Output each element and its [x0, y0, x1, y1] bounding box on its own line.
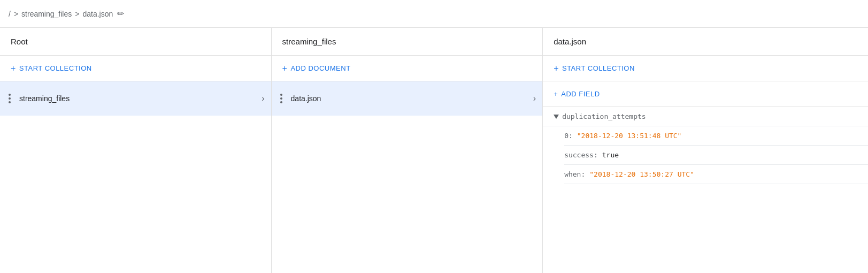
data-json-label: data.json [291, 94, 533, 103]
breadcrumb-chevron-1: > [14, 10, 18, 18]
plus-icon-add-doc: + [282, 64, 288, 73]
field-value-success: true [602, 151, 619, 159]
streaming-files-label: streaming_files [19, 94, 262, 103]
field-key-when: when: [564, 170, 585, 178]
breadcrumb-chevron-2: > [75, 10, 79, 18]
breadcrumb: / > streaming_files > data.json ✏ [0, 0, 868, 28]
panel-streaming-files: streaming_files + ADD DOCUMENT data.json… [272, 28, 543, 273]
breadcrumb-collection[interactable]: streaming_files [21, 10, 72, 18]
panel-data-json: data.json + START COLLECTION + ADD FIELD… [543, 28, 868, 273]
add-document-button[interactable]: + ADD DOCUMENT [272, 56, 543, 81]
nested-fields: 0: "2018-12-20 13:51:48 UTC" success: tr… [543, 126, 868, 184]
field-key-0: 0: [564, 132, 573, 140]
duplication-attempts-label: duplication_attempts [562, 112, 646, 120]
add-document-label: ADD DOCUMENT [290, 64, 350, 72]
add-field-label: ADD FIELD [561, 90, 600, 98]
start-collection-button-data-json[interactable]: + START COLLECTION [543, 56, 868, 81]
dot-3 [280, 101, 282, 103]
dot-1 [280, 94, 282, 96]
field-row-success: success: true [564, 146, 868, 165]
list-item-streaming-files[interactable]: streaming_files › [0, 81, 271, 116]
duplication-attempts-header[interactable]: duplication_attempts [543, 107, 868, 126]
field-row-when: when: "2018-12-20 13:50:27 UTC" [564, 165, 868, 184]
start-collection-button-root[interactable]: + START COLLECTION [0, 56, 271, 81]
dot-3 [9, 101, 11, 103]
panel-streaming-files-header: streaming_files [272, 28, 543, 56]
field-value-when: "2018-12-20 13:50:27 UTC" [589, 170, 694, 178]
start-collection-label-data-json: START COLLECTION [562, 64, 635, 72]
dots-menu-data-json[interactable] [278, 92, 285, 105]
start-collection-label-root: START COLLECTION [19, 64, 92, 72]
panel-root: Root + START COLLECTION streaming_files … [0, 28, 272, 273]
list-item-data-json[interactable]: data.json › [272, 81, 543, 116]
triangle-down-icon [554, 115, 559, 119]
dot-2 [280, 97, 282, 100]
dots-menu-streaming-files[interactable] [6, 92, 13, 105]
field-row-0: 0: "2018-12-20 13:51:48 UTC" [564, 126, 868, 146]
plus-icon-add-field: + [554, 90, 558, 98]
edit-icon[interactable]: ✏ [117, 9, 124, 19]
field-key-success: success: [564, 151, 598, 159]
chevron-right-streaming-files: › [262, 94, 264, 103]
main-container: Root + START COLLECTION streaming_files … [0, 28, 868, 273]
add-field-button[interactable]: + ADD FIELD [543, 81, 868, 107]
field-value-0: "2018-12-20 13:51:48 UTC" [577, 132, 682, 140]
chevron-right-data-json: › [533, 94, 536, 103]
breadcrumb-document[interactable]: data.json [82, 10, 113, 18]
panel-data-json-header: data.json [543, 28, 868, 56]
breadcrumb-root[interactable]: / [9, 10, 11, 18]
plus-icon-root: + [11, 64, 16, 73]
panel-root-header: Root [0, 28, 271, 56]
plus-icon-start-collection: + [554, 64, 559, 73]
dot-2 [9, 97, 11, 100]
dot-1 [9, 94, 11, 96]
